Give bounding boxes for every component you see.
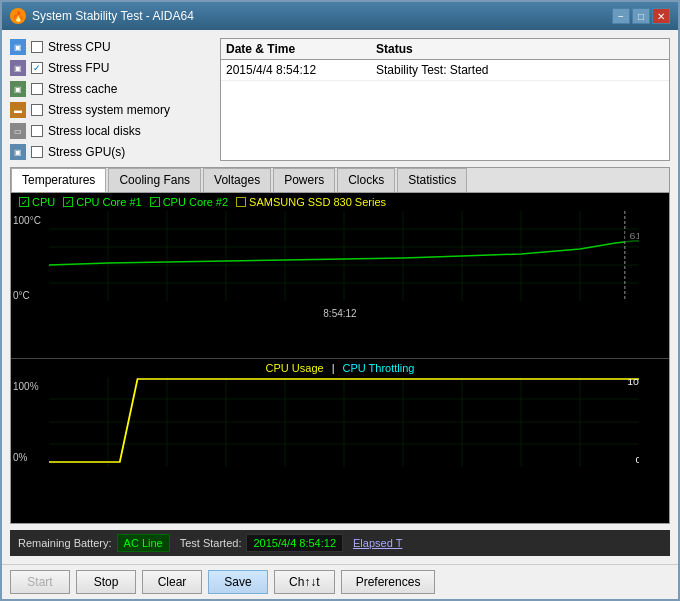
legend-cpu-label: CPU <box>32 196 55 208</box>
stress-item-cpu[interactable]: ▣ Stress CPU <box>10 38 210 56</box>
tab-temperatures[interactable]: Temperatures <box>11 168 106 192</box>
legend-samsung-label: SAMSUNG SSD 830 Series <box>249 196 386 208</box>
stress-gpu-label: Stress GPU(s) <box>48 145 125 159</box>
log-table-header: Date & Time Status <box>221 39 669 60</box>
tabs-bar: Temperatures Cooling Fans Voltages Power… <box>11 168 669 193</box>
close-button[interactable]: ✕ <box>652 8 670 24</box>
tab-powers[interactable]: Powers <box>273 168 335 192</box>
gpu-icon: ▣ <box>10 144 26 160</box>
stress-item-cache[interactable]: ▣ Stress cache <box>10 80 210 98</box>
stress-mem-label: Stress system memory <box>48 103 170 117</box>
elapsed-label: Elapsed T <box>353 537 402 549</box>
svg-text:0%: 0% <box>635 454 639 464</box>
legend-core2-check[interactable]: ✓ <box>150 197 160 207</box>
legend-core2-label: CPU Core #2 <box>163 196 228 208</box>
log-status: Stability Test: Started <box>376 63 664 77</box>
temp-y-max: 100°C <box>13 215 41 226</box>
battery-field: Remaining Battery: AC Line <box>18 534 170 552</box>
log-table: Date & Time Status 2015/4/4 8:54:12 Stab… <box>220 38 670 161</box>
disk-icon: ▭ <box>10 123 26 139</box>
tab-cooling-fans[interactable]: Cooling Fans <box>108 168 201 192</box>
stress-item-gpu[interactable]: ▣ Stress GPU(s) <box>10 143 210 161</box>
log-header-datetime: Date & Time <box>226 42 376 56</box>
cache-icon: ▣ <box>10 81 26 97</box>
clear-button[interactable]: Clear <box>142 570 202 594</box>
stress-disk-label: Stress local disks <box>48 124 141 138</box>
tab-statistics[interactable]: Statistics <box>397 168 467 192</box>
stress-item-mem[interactable]: ▬ Stress system memory <box>10 101 210 119</box>
main-content: ▣ Stress CPU ▣ ✓ Stress FPU ▣ Stress cac… <box>2 30 678 564</box>
titlebar: 🔥 System Stability Test - AIDA64 − □ ✕ <box>2 2 678 30</box>
tab-voltages[interactable]: Voltages <box>203 168 271 192</box>
button-bar: Start Stop Clear Save Ch↑↓t Preferences <box>2 564 678 599</box>
preferences-button[interactable]: Preferences <box>341 570 436 594</box>
legend-core1: ✓ CPU Core #1 <box>63 196 141 208</box>
stress-mem-checkbox[interactable] <box>31 104 43 116</box>
svg-rect-15 <box>625 231 639 243</box>
stress-gpu-checkbox[interactable] <box>31 146 43 158</box>
stress-cpu-checkbox[interactable] <box>31 41 43 53</box>
chart-legend: ✓ CPU ✓ CPU Core #1 ✓ CPU Core #2 <box>11 193 669 211</box>
stop-button[interactable]: Stop <box>76 570 136 594</box>
cpu-throttling-title: CPU Throttling <box>343 362 415 374</box>
fpu-icon: ▣ <box>10 60 26 76</box>
cpu-chart-divider: | <box>332 362 335 374</box>
log-header-status: Status <box>376 42 664 56</box>
legend-cpu: ✓ CPU <box>19 196 55 208</box>
cpu-usage-chart: CPU Usage | CPU Throttling 100% 0% <box>11 359 669 524</box>
titlebar-left: 🔥 System Stability Test - AIDA64 <box>10 8 194 24</box>
minimize-button[interactable]: − <box>612 8 630 24</box>
main-window: 🔥 System Stability Test - AIDA64 − □ ✕ ▣… <box>0 0 680 601</box>
start-button[interactable]: Start <box>10 570 70 594</box>
cpu-y-max: 100% <box>13 381 39 392</box>
stress-cpu-label: Stress CPU <box>48 40 111 54</box>
battery-label: Remaining Battery: <box>18 537 112 549</box>
cpu-chart-svg: 100% 0% <box>49 377 639 467</box>
stress-item-fpu[interactable]: ▣ ✓ Stress FPU <box>10 59 210 77</box>
table-row: 2015/4/4 8:54:12 Stability Test: Started <box>221 60 669 81</box>
cpu-icon: ▣ <box>10 39 26 55</box>
temperature-chart: ✓ CPU ✓ CPU Core #1 ✓ CPU Core #2 <box>11 193 669 359</box>
chart-button[interactable]: Ch↑↓t <box>274 570 335 594</box>
maximize-button[interactable]: □ <box>632 8 650 24</box>
stress-item-disk[interactable]: ▭ Stress local disks <box>10 122 210 140</box>
test-started-field: Test Started: 2015/4/4 8:54:12 <box>180 534 343 552</box>
stress-fpu-label: Stress FPU <box>48 61 109 75</box>
titlebar-buttons: − □ ✕ <box>612 8 670 24</box>
stress-disk-checkbox[interactable] <box>31 125 43 137</box>
stress-options: ▣ Stress CPU ▣ ✓ Stress FPU ▣ Stress cac… <box>10 38 210 161</box>
battery-value: AC Line <box>117 534 170 552</box>
test-started-value: 2015/4/4 8:54:12 <box>246 534 343 552</box>
stress-cache-label: Stress cache <box>48 82 117 96</box>
mem-icon: ▬ <box>10 102 26 118</box>
stress-cache-checkbox[interactable] <box>31 83 43 95</box>
legend-core1-check[interactable]: ✓ <box>63 197 73 207</box>
chart-container: ✓ CPU ✓ CPU Core #1 ✓ CPU Core #2 <box>11 193 669 523</box>
window-title: System Stability Test - AIDA64 <box>32 9 194 23</box>
temp-x-time: 8:54:12 <box>323 308 356 319</box>
cpu-usage-title: CPU Usage <box>266 362 324 374</box>
tab-clocks[interactable]: Clocks <box>337 168 395 192</box>
legend-core1-label: CPU Core #1 <box>76 196 141 208</box>
test-started-label: Test Started: <box>180 537 242 549</box>
legend-cpu-check[interactable]: ✓ <box>19 197 29 207</box>
log-datetime: 2015/4/4 8:54:12 <box>226 63 376 77</box>
svg-text:100%: 100% <box>627 377 639 387</box>
legend-core2: ✓ CPU Core #2 <box>150 196 228 208</box>
bottom-status-bar: Remaining Battery: AC Line Test Started:… <box>10 530 670 556</box>
cpu-y-min: 0% <box>13 452 27 463</box>
tabs-section: Temperatures Cooling Fans Voltages Power… <box>10 167 670 524</box>
top-section: ▣ Stress CPU ▣ ✓ Stress FPU ▣ Stress cac… <box>10 38 670 161</box>
temp-chart-svg: 61 <box>49 211 639 301</box>
stress-fpu-checkbox[interactable]: ✓ <box>31 62 43 74</box>
legend-samsung: SAMSUNG SSD 830 Series <box>236 196 386 208</box>
save-button[interactable]: Save <box>208 570 268 594</box>
legend-samsung-check[interactable] <box>236 197 246 207</box>
app-icon: 🔥 <box>10 8 26 24</box>
temp-y-min: 0°C <box>13 290 30 301</box>
